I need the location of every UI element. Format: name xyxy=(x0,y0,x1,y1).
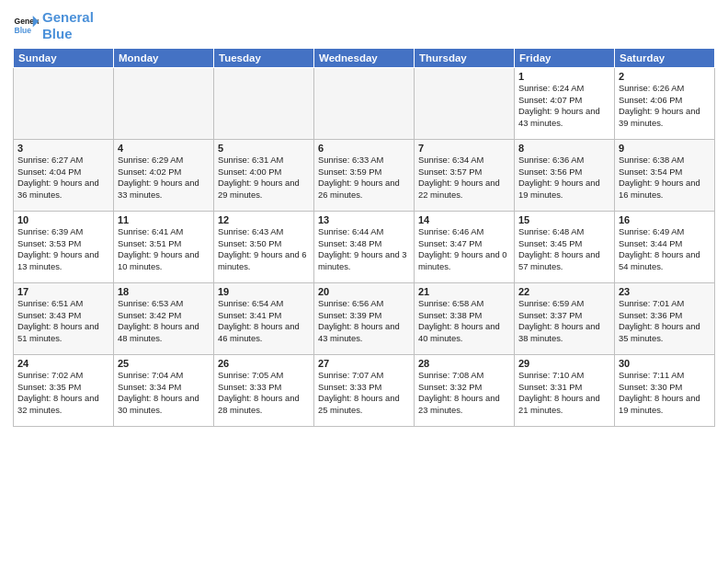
day-number: 18 xyxy=(118,286,210,297)
day-number: 14 xyxy=(418,214,510,225)
day-info: Sunrise: 6:24 AM Sunset: 4:07 PM Dayligh… xyxy=(518,83,610,130)
day-cell xyxy=(415,68,515,140)
day-cell xyxy=(114,68,214,140)
weekday-wednesday: Wednesday xyxy=(314,49,415,68)
day-info: Sunrise: 6:36 AM Sunset: 3:56 PM Dayligh… xyxy=(518,155,610,201)
day-info: Sunrise: 6:29 AM Sunset: 4:02 PM Dayligh… xyxy=(118,155,210,201)
day-number: 20 xyxy=(318,286,410,297)
day-info: Sunrise: 6:39 AM Sunset: 3:53 PM Dayligh… xyxy=(17,226,109,273)
weekday-friday: Friday xyxy=(515,49,615,68)
day-cell: 26Sunrise: 7:05 AM Sunset: 3:33 PM Dayli… xyxy=(214,355,314,427)
day-cell: 18Sunrise: 6:53 AM Sunset: 3:42 PM Dayli… xyxy=(114,283,214,355)
day-info: Sunrise: 6:51 AM Sunset: 3:43 PM Dayligh… xyxy=(17,298,109,345)
day-info: Sunrise: 6:31 AM Sunset: 4:00 PM Dayligh… xyxy=(218,155,310,201)
day-info: Sunrise: 6:46 AM Sunset: 3:47 PM Dayligh… xyxy=(418,226,510,273)
day-number: 19 xyxy=(218,286,310,297)
day-cell: 17Sunrise: 6:51 AM Sunset: 3:43 PM Dayli… xyxy=(14,283,114,355)
day-number: 24 xyxy=(17,358,109,369)
logo-blue: Blue xyxy=(42,26,73,41)
week-row-3: 10Sunrise: 6:39 AM Sunset: 3:53 PM Dayli… xyxy=(14,212,715,283)
day-number: 6 xyxy=(318,143,410,154)
day-number: 15 xyxy=(518,214,610,225)
day-info: Sunrise: 6:43 AM Sunset: 3:50 PM Dayligh… xyxy=(218,226,310,273)
day-cell: 11Sunrise: 6:41 AM Sunset: 3:51 PM Dayli… xyxy=(114,212,214,283)
day-cell: 21Sunrise: 6:58 AM Sunset: 3:38 PM Dayli… xyxy=(415,283,515,355)
day-number: 13 xyxy=(318,214,410,225)
day-info: Sunrise: 6:41 AM Sunset: 3:51 PM Dayligh… xyxy=(118,226,210,273)
logo-text: General Blue xyxy=(42,9,94,42)
day-number: 2 xyxy=(619,71,711,82)
weekday-tuesday: Tuesday xyxy=(214,49,314,68)
week-row-1: 1Sunrise: 6:24 AM Sunset: 4:07 PM Daylig… xyxy=(14,68,715,140)
day-cell: 27Sunrise: 7:07 AM Sunset: 3:33 PM Dayli… xyxy=(314,355,415,427)
day-number: 4 xyxy=(118,143,210,154)
svg-text:Blue: Blue xyxy=(15,26,32,35)
day-number: 25 xyxy=(118,358,210,369)
day-number: 30 xyxy=(619,358,711,369)
weekday-monday: Monday xyxy=(114,49,214,68)
day-cell: 14Sunrise: 6:46 AM Sunset: 3:47 PM Dayli… xyxy=(415,212,515,283)
weekday-saturday: Saturday xyxy=(615,49,715,68)
day-number: 23 xyxy=(619,286,711,297)
day-info: Sunrise: 7:05 AM Sunset: 3:33 PM Dayligh… xyxy=(218,370,310,417)
day-info: Sunrise: 6:49 AM Sunset: 3:44 PM Dayligh… xyxy=(619,226,711,273)
day-cell: 7Sunrise: 6:34 AM Sunset: 3:57 PM Daylig… xyxy=(415,140,515,212)
day-number: 12 xyxy=(218,214,310,225)
day-info: Sunrise: 6:56 AM Sunset: 3:39 PM Dayligh… xyxy=(318,298,410,345)
calendar-table: SundayMondayTuesdayWednesdayThursdayFrid… xyxy=(13,48,715,427)
day-cell: 3Sunrise: 6:27 AM Sunset: 4:04 PM Daylig… xyxy=(14,140,114,212)
day-number: 22 xyxy=(518,286,610,297)
main-container: General Blue General Blue SundayMondayTu… xyxy=(0,0,728,432)
day-cell: 28Sunrise: 7:08 AM Sunset: 3:32 PM Dayli… xyxy=(415,355,515,427)
day-cell: 13Sunrise: 6:44 AM Sunset: 3:48 PM Dayli… xyxy=(314,212,415,283)
day-info: Sunrise: 7:04 AM Sunset: 3:34 PM Dayligh… xyxy=(118,370,210,417)
day-cell: 15Sunrise: 6:48 AM Sunset: 3:45 PM Dayli… xyxy=(515,212,615,283)
day-info: Sunrise: 6:27 AM Sunset: 4:04 PM Dayligh… xyxy=(17,155,109,201)
day-number: 9 xyxy=(619,143,711,154)
day-number: 17 xyxy=(17,286,109,297)
day-cell: 24Sunrise: 7:02 AM Sunset: 3:35 PM Dayli… xyxy=(14,355,114,427)
day-cell xyxy=(314,68,415,140)
day-cell: 2Sunrise: 6:26 AM Sunset: 4:06 PM Daylig… xyxy=(615,68,715,140)
day-number: 5 xyxy=(218,143,310,154)
day-cell: 23Sunrise: 7:01 AM Sunset: 3:36 PM Dayli… xyxy=(615,283,715,355)
logo-general: General xyxy=(42,9,94,25)
day-number: 28 xyxy=(418,358,510,369)
day-cell: 1Sunrise: 6:24 AM Sunset: 4:07 PM Daylig… xyxy=(515,68,615,140)
day-cell: 19Sunrise: 6:54 AM Sunset: 3:41 PM Dayli… xyxy=(214,283,314,355)
day-info: Sunrise: 6:26 AM Sunset: 4:06 PM Dayligh… xyxy=(619,83,711,130)
day-cell xyxy=(214,68,314,140)
day-info: Sunrise: 6:34 AM Sunset: 3:57 PM Dayligh… xyxy=(418,155,510,201)
day-info: Sunrise: 6:33 AM Sunset: 3:59 PM Dayligh… xyxy=(318,155,410,201)
day-number: 21 xyxy=(418,286,510,297)
logo: General Blue General Blue xyxy=(13,9,94,42)
day-info: Sunrise: 6:48 AM Sunset: 3:45 PM Dayligh… xyxy=(518,226,610,273)
day-cell: 29Sunrise: 7:10 AM Sunset: 3:31 PM Dayli… xyxy=(515,355,615,427)
day-info: Sunrise: 7:07 AM Sunset: 3:33 PM Dayligh… xyxy=(318,370,410,417)
day-number: 8 xyxy=(518,143,610,154)
day-number: 11 xyxy=(118,214,210,225)
day-info: Sunrise: 7:10 AM Sunset: 3:31 PM Dayligh… xyxy=(518,370,610,417)
weekday-thursday: Thursday xyxy=(415,49,515,68)
day-cell: 8Sunrise: 6:36 AM Sunset: 3:56 PM Daylig… xyxy=(515,140,615,212)
day-cell: 12Sunrise: 6:43 AM Sunset: 3:50 PM Dayli… xyxy=(214,212,314,283)
day-info: Sunrise: 7:11 AM Sunset: 3:30 PM Dayligh… xyxy=(619,370,711,417)
day-cell: 16Sunrise: 6:49 AM Sunset: 3:44 PM Dayli… xyxy=(615,212,715,283)
day-info: Sunrise: 6:54 AM Sunset: 3:41 PM Dayligh… xyxy=(218,298,310,345)
day-cell: 22Sunrise: 6:59 AM Sunset: 3:37 PM Dayli… xyxy=(515,283,615,355)
day-number: 27 xyxy=(318,358,410,369)
day-cell xyxy=(14,68,114,140)
week-row-2: 3Sunrise: 6:27 AM Sunset: 4:04 PM Daylig… xyxy=(14,140,715,212)
day-number: 29 xyxy=(518,358,610,369)
day-cell: 9Sunrise: 6:38 AM Sunset: 3:54 PM Daylig… xyxy=(615,140,715,212)
day-number: 3 xyxy=(17,143,109,154)
day-info: Sunrise: 6:44 AM Sunset: 3:48 PM Dayligh… xyxy=(318,226,410,273)
weekday-header-row: SundayMondayTuesdayWednesdayThursdayFrid… xyxy=(14,49,715,68)
day-cell: 20Sunrise: 6:56 AM Sunset: 3:39 PM Dayli… xyxy=(314,283,415,355)
day-info: Sunrise: 6:58 AM Sunset: 3:38 PM Dayligh… xyxy=(418,298,510,345)
day-number: 1 xyxy=(518,71,610,82)
day-number: 10 xyxy=(17,214,109,225)
day-number: 26 xyxy=(218,358,310,369)
day-cell: 4Sunrise: 6:29 AM Sunset: 4:02 PM Daylig… xyxy=(114,140,214,212)
day-number: 16 xyxy=(619,214,711,225)
